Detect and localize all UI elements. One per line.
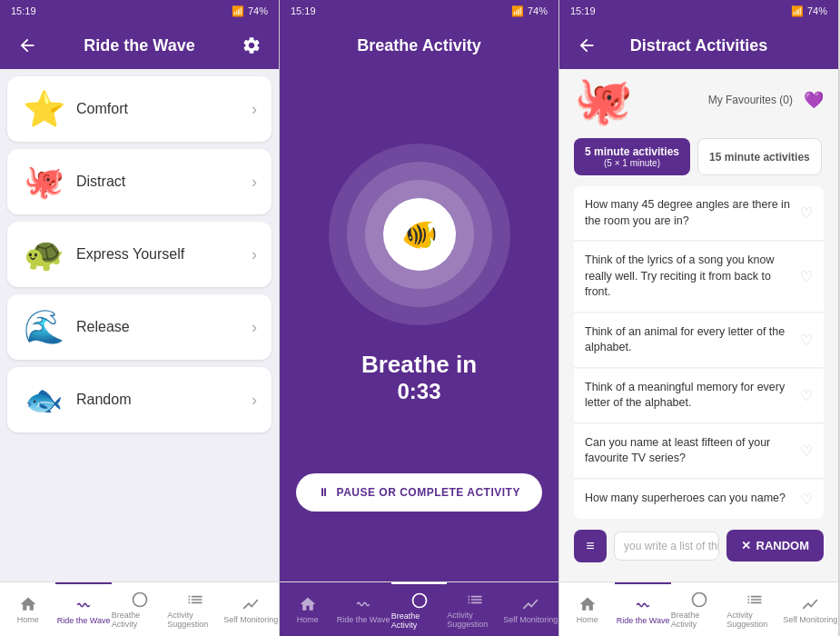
- favourites-label: My Favourites (0): [708, 94, 793, 106]
- header-title-1: Ride the Wave: [84, 36, 194, 55]
- nav-wave-1[interactable]: Ride the Wave: [55, 582, 111, 636]
- menu-item-distract[interactable]: 🐙 Distract ›: [7, 149, 272, 214]
- nav-activity-2[interactable]: Activity Suggestion: [447, 582, 502, 636]
- list-icon-button[interactable]: ≡: [574, 530, 607, 562]
- distract-arrow: ›: [252, 173, 257, 192]
- time-3: 15:19: [570, 5, 596, 16]
- distract-label: Distract: [76, 174, 241, 190]
- nav-activity-1[interactable]: Activity Suggestion: [167, 582, 222, 636]
- activity-item-3[interactable]: Think of a meaningful memory for every l…: [574, 369, 824, 423]
- random-button[interactable]: ✕ RANDOM: [726, 530, 825, 561]
- time-2: 15:19: [291, 5, 316, 16]
- tab-5min-sub: (5 × 1 minute): [585, 158, 679, 168]
- panel-3: 15:19 📶 74% Distract Activities 🐙 My Fav…: [559, 0, 839, 636]
- release-icon: 🌊: [22, 305, 65, 349]
- nav-self-2[interactable]: Self Monitoring: [503, 582, 558, 636]
- octopus-icon: 🐙: [574, 76, 633, 124]
- battery-1: 74%: [248, 5, 268, 16]
- breathe-header-title: Breathe Activity: [357, 36, 480, 55]
- menu-list-1: ⭐ Comfort › 🐙 Distract › 🐢 Express Yours…: [0, 69, 279, 581]
- activity-heart-5[interactable]: ♡: [800, 491, 813, 508]
- heart-icon[interactable]: 💜: [804, 90, 824, 110]
- fish-icon: 🐠: [401, 217, 438, 252]
- menu-item-comfort[interactable]: ⭐ Comfort ›: [7, 76, 272, 142]
- activity-item-0[interactable]: How many 45 degree angles are there in t…: [574, 186, 824, 241]
- breathe-content: 🐠 Breathe in 0:33 ⏸ PAUSE OR COMPLETE AC…: [280, 69, 558, 581]
- status-bar-3: 15:19 📶 74%: [559, 0, 838, 22]
- random-icon: 🐟: [22, 378, 65, 422]
- nav-activity-3[interactable]: Activity Suggestion: [726, 582, 782, 636]
- activity-tabs: 5 minute activities (5 × 1 minute) 15 mi…: [559, 131, 838, 183]
- breathe-circles: 🐠: [329, 144, 510, 325]
- circle-center: 🐠: [383, 198, 456, 271]
- activity-text-3: Think of a meaningful memory for every l…: [585, 380, 800, 412]
- activity-text-5: How many superheroes can you name?: [585, 491, 800, 507]
- nav-home-1[interactable]: Home: [0, 582, 55, 636]
- tab-15min-label: 15 minute activities: [709, 151, 810, 164]
- back-button-3[interactable]: [574, 33, 599, 58]
- activity-heart-2[interactable]: ♡: [800, 332, 813, 349]
- signal-icon-2: 📶: [511, 5, 524, 17]
- battery-3: 74%: [807, 5, 827, 16]
- comfort-label: Comfort: [76, 101, 241, 117]
- release-label: Release: [76, 319, 241, 335]
- nav-breathe-1[interactable]: Breathe Activity: [112, 582, 167, 636]
- nav-wave-3[interactable]: Ride the Wave: [615, 582, 670, 636]
- tab-15min[interactable]: 15 minute activities: [697, 138, 822, 175]
- distract-icon: 🐙: [22, 160, 65, 204]
- pause-button[interactable]: ⏸ PAUSE OR COMPLETE ACTIVITY: [296, 473, 542, 512]
- menu-item-express[interactable]: 🐢 Express Yourself ›: [7, 222, 272, 287]
- nav-self-3[interactable]: Self Monitoring: [783, 582, 838, 636]
- back-button-1[interactable]: [15, 33, 40, 58]
- random-label: RANDOM: [756, 539, 810, 552]
- status-icons-1: 📶 74%: [232, 5, 268, 17]
- activity-item-1[interactable]: Think of the lyrics of a song you know r…: [574, 242, 824, 313]
- panel-1: 15:19 📶 74% Ride the Wave ⭐ Comfort ›: [0, 0, 280, 636]
- breathe-instruction: Breathe in: [361, 351, 477, 379]
- panel-2: 15:19 📶 74% Breathe Activity 🐠 Breathe i…: [280, 0, 559, 636]
- header-2: Breathe Activity: [280, 22, 558, 69]
- time-1: 15:19: [11, 5, 36, 16]
- nav-breathe-3[interactable]: Breathe Activity: [671, 582, 726, 636]
- bottom-action-bar: ≡ you write a list of things w ✕ RANDOM: [559, 522, 838, 570]
- nav-breathe-2[interactable]: Breathe Activity: [391, 582, 447, 636]
- nav-home-2[interactable]: Home: [280, 582, 335, 636]
- breathe-timer: 0:33: [397, 379, 440, 404]
- battery-2: 74%: [528, 5, 548, 16]
- text-input-preview[interactable]: you write a list of things w: [614, 532, 719, 561]
- signal-icon: 📶: [232, 5, 244, 17]
- activity-item-2[interactable]: Think of an animal for every letter of t…: [574, 313, 824, 368]
- settings-button[interactable]: [239, 33, 264, 58]
- express-icon: 🐢: [22, 233, 65, 276]
- status-icons-2: 📶 74%: [511, 5, 548, 17]
- express-arrow: ›: [252, 245, 257, 264]
- activity-item-5[interactable]: How many superheroes can you name? ♡: [574, 480, 824, 519]
- comfort-arrow: ›: [252, 100, 257, 119]
- tab-5min-label: 5 minute activities: [585, 145, 679, 158]
- pause-label: PAUSE OR COMPLETE ACTIVITY: [337, 486, 520, 499]
- activity-heart-1[interactable]: ♡: [800, 268, 813, 285]
- activity-heart-0[interactable]: ♡: [800, 204, 813, 222]
- activity-item-4[interactable]: Can you name at least fifteen of your fa…: [574, 424, 824, 479]
- activity-heart-3[interactable]: ♡: [800, 387, 813, 404]
- dice-icon: ✕: [741, 539, 751, 552]
- release-arrow: ›: [252, 318, 257, 337]
- nav-self-1[interactable]: Self Monitoring: [223, 582, 279, 636]
- svg-point-0: [133, 592, 146, 606]
- header-3: Distract Activities: [559, 22, 838, 69]
- status-icons-3: 📶 74%: [791, 5, 827, 17]
- svg-point-1: [412, 593, 426, 607]
- bottom-nav-1: Home Ride the Wave Breathe Activity Acti…: [0, 581, 279, 636]
- activity-heart-4[interactable]: ♡: [800, 442, 813, 460]
- nav-home-3[interactable]: Home: [559, 582, 615, 636]
- activity-list: How many 45 degree angles are there in t…: [559, 183, 838, 522]
- nav-wave-2[interactable]: Ride the Wave: [335, 582, 390, 636]
- activity-text-2: Think of an animal for every letter of t…: [585, 324, 800, 356]
- distract-content: 🐙 My Favourites (0) 💜 5 minute activitie…: [559, 69, 838, 581]
- menu-item-random[interactable]: 🐟 Random ›: [7, 367, 272, 432]
- random-label: Random: [76, 392, 241, 408]
- pause-icon: ⏸: [318, 486, 330, 499]
- signal-icon-3: 📶: [791, 5, 804, 17]
- tab-5min[interactable]: 5 minute activities (5 × 1 minute): [574, 138, 690, 175]
- menu-item-release[interactable]: 🌊 Release ›: [7, 294, 272, 360]
